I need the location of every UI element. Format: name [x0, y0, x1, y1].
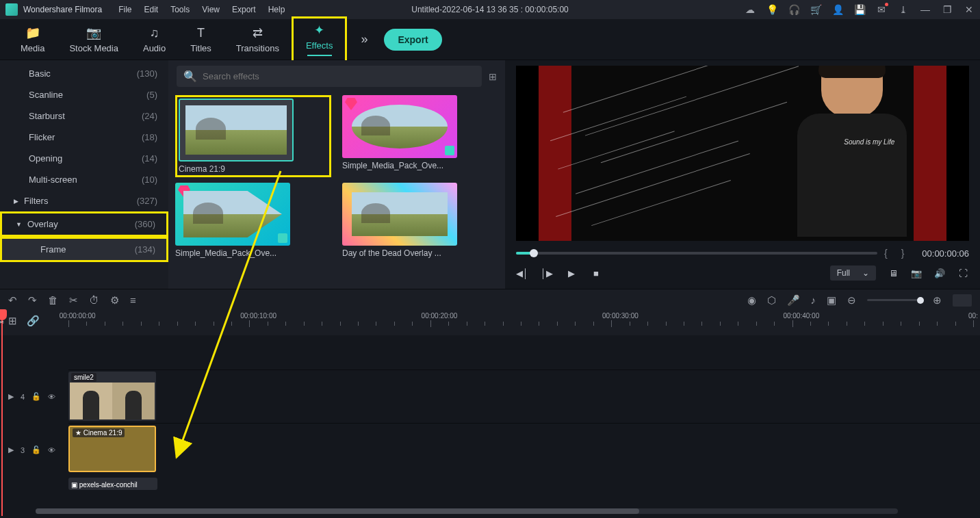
effect-thumb[interactable]	[342, 95, 457, 158]
grid-view-icon[interactable]: ⊞	[489, 71, 497, 82]
clip-smile2[interactable]: smile2	[68, 372, 156, 421]
sidebar-starburst[interactable]: Starburst(24)	[0, 105, 168, 127]
volume-icon[interactable]: 🔊	[933, 267, 946, 279]
zoom-fit-button[interactable]	[953, 294, 972, 307]
tab-transitions-label: Transitions	[236, 43, 279, 53]
tab-media[interactable]: 📁 Media	[8, 21, 57, 57]
preview-scrubber[interactable]: { } 00:00:00:06	[516, 241, 969, 263]
crop-icon[interactable]: ▣	[827, 294, 836, 307]
zoom-in-button[interactable]: ⊕	[933, 294, 942, 307]
fullscreen-icon[interactable]: ⛶	[957, 267, 969, 279]
snapshot-icon[interactable]: 📷	[910, 267, 923, 279]
clip-cinema-effect[interactable]: ★ Cinema 21:9	[68, 426, 156, 472]
effects-sidebar[interactable]: Basic(130) Scanline(5) Starburst(24) Fli…	[0, 60, 168, 289]
sidebar-overlay[interactable]: ▼Overlay(360)	[0, 211, 168, 237]
sidebar-multiscreen[interactable]: Multi-screen(10)	[0, 169, 168, 190]
text-icon: T	[197, 26, 205, 40]
tab-stock-media[interactable]: 📷 Stock Media	[57, 21, 131, 57]
eye-icon[interactable]: 👁	[48, 446, 55, 454]
more-tabs-button[interactable]: »	[361, 32, 368, 47]
speed-button[interactable]: ⏱	[89, 294, 99, 306]
sidebar-frame[interactable]: Frame(134)	[0, 237, 168, 262]
headphones-icon[interactable]: 🎧	[788, 4, 799, 15]
premium-icon	[345, 98, 357, 110]
clip-label: ▣ pexels-alex-conchil	[68, 480, 140, 490]
search-box[interactable]: 🔍	[177, 66, 482, 87]
minimize-icon[interactable]: —	[920, 4, 931, 15]
display-icon[interactable]: 🖥	[887, 267, 899, 279]
mic-icon[interactable]: 🎤	[787, 294, 800, 307]
mail-icon[interactable]: ✉	[876, 4, 887, 15]
download-icon[interactable]: ⤓	[898, 4, 909, 15]
marker-brackets[interactable]: { }	[884, 248, 910, 259]
play-button[interactable]: ▶	[565, 267, 578, 279]
lock-icon[interactable]: 🔓	[31, 445, 41, 454]
scrub-track[interactable]	[516, 252, 877, 255]
timeline-tracks[interactable]: ▶4 🔓 👁 smile2 ▶3 🔓 👁 ★ Cinema 21:9 ▣ pex…	[0, 335, 980, 518]
menu-tools[interactable]: Tools	[170, 5, 190, 14]
track-4[interactable]: ▶4 🔓 👁 smile2	[68, 370, 980, 423]
lock-icon[interactable]: 🔓	[31, 392, 41, 401]
chevron-right-icon: ▶	[14, 198, 18, 205]
close-icon[interactable]: ✕	[964, 4, 975, 15]
preview-subject: Sound is my Life	[790, 66, 914, 241]
eye-icon[interactable]: 👁	[48, 393, 55, 401]
tab-titles[interactable]: T Titles	[178, 22, 224, 57]
zoom-out-button[interactable]: ⊖	[847, 294, 856, 307]
cut-button[interactable]: ✂	[69, 294, 78, 307]
cloud-icon[interactable]: ☁	[745, 4, 756, 15]
menu-file[interactable]: File	[118, 5, 131, 14]
adjust-button[interactable]: ⚙	[110, 294, 119, 307]
tab-transitions[interactable]: ⇄ Transitions	[224, 21, 292, 57]
next-frame-button[interactable]: │▶	[541, 267, 553, 279]
link-icon[interactable]: 🔗	[27, 315, 40, 327]
horizontal-scrollbar[interactable]	[36, 508, 898, 514]
timeline-ruler[interactable]: 00:00:00:00 00:00:10:00 00:00:20:00 00:0…	[68, 312, 973, 333]
add-track-icon[interactable]: ⊞	[8, 315, 17, 327]
effect-simple-media-1[interactable]: Simple_Media_Pack_Ove...	[342, 95, 498, 177]
effect-thumb[interactable]	[342, 183, 457, 246]
effect-day-of-dead[interactable]: Day of the Dead Overlay ...	[342, 183, 498, 258]
menu-export[interactable]: Export	[232, 5, 256, 14]
render-icon[interactable]: ◉	[747, 294, 756, 307]
idea-icon[interactable]: 💡	[766, 4, 777, 15]
sidebar-basic[interactable]: Basic(130)	[0, 63, 168, 84]
effect-simple-media-2[interactable]: Simple_Media_Pack_Ove...	[175, 183, 331, 258]
delete-button[interactable]: 🗑	[48, 294, 58, 306]
preview-video[interactable]: Sound is my Life	[516, 66, 969, 241]
mixer-icon[interactable]: ♪	[811, 294, 816, 306]
clip-audio[interactable]: ▣ pexels-alex-conchil	[68, 478, 157, 490]
menu-view[interactable]: View	[202, 5, 220, 14]
audio-button[interactable]: ≡	[130, 294, 136, 306]
undo-button[interactable]: ↶	[8, 294, 17, 307]
sidebar-filters[interactable]: ▶Filters(327)	[0, 190, 168, 211]
tab-audio-label: Audio	[143, 43, 166, 53]
effect-thumb[interactable]	[175, 183, 290, 246]
title-icons: ☁ 💡 🎧 🛒 👤 💾 ✉ ⤓ — ❐ ✕	[745, 4, 975, 15]
effect-thumb[interactable]	[179, 99, 294, 161]
maximize-icon[interactable]: ❐	[942, 4, 953, 15]
sidebar-flicker[interactable]: Flicker(18)	[0, 127, 168, 148]
stop-button[interactable]: ■	[590, 267, 602, 279]
marker-icon[interactable]: ⬡	[767, 294, 776, 307]
save-icon[interactable]: 💾	[854, 4, 865, 15]
effects-grid[interactable]: Cinema 21:9 Simple_Media_Pack_Ove... Sim…	[168, 92, 505, 261]
effect-cinema-219[interactable]: Cinema 21:9	[175, 95, 331, 177]
track-3[interactable]: ▶3 🔓 👁 ★ Cinema 21:9 ▣ pexels-alex-conch…	[68, 423, 980, 476]
preview-controls: ◀│ │▶ ▶ ■ Full⌄ 🖥 📷 🔊 ⛶	[516, 263, 969, 283]
user-icon[interactable]: 👤	[832, 4, 843, 15]
sidebar-scanline[interactable]: Scanline(5)	[0, 84, 168, 105]
cart-icon[interactable]: 🛒	[810, 4, 821, 15]
export-button[interactable]: Export	[384, 29, 441, 51]
search-input[interactable]	[203, 71, 475, 81]
menu-edit[interactable]: Edit	[144, 5, 159, 14]
menu-help[interactable]: Help	[268, 5, 285, 14]
tab-audio[interactable]: ♫ Audio	[131, 22, 178, 57]
sidebar-opening[interactable]: Opening(14)	[0, 148, 168, 169]
prev-frame-button[interactable]: ◀│	[516, 267, 528, 279]
quality-select[interactable]: Full⌄	[830, 266, 876, 281]
playhead[interactable]	[1, 311, 3, 516]
redo-button[interactable]: ↷	[28, 294, 37, 307]
zoom-slider[interactable]	[867, 299, 922, 301]
tab-effects[interactable]: ✦ Effects	[292, 16, 348, 62]
